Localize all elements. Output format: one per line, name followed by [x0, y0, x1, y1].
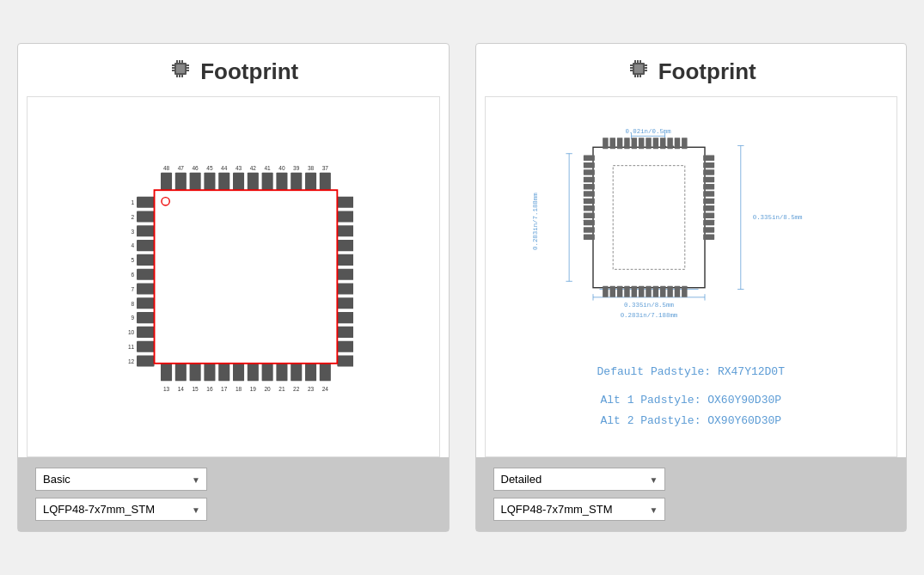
view-mode-select[interactable]: Basic Detailed [35, 468, 207, 491]
svg-rect-36 [320, 173, 331, 191]
svg-rect-108 [338, 355, 354, 366]
svg-rect-12 [181, 75, 183, 77]
svg-text:11: 11 [128, 344, 135, 350]
svg-text:6: 6 [132, 272, 135, 278]
svg-rect-190 [703, 212, 714, 218]
footprint-dropdown-wrapper[interactable]: LQFP48-7x7mm_STM ▼ [35, 498, 207, 521]
svg-text:40: 40 [279, 165, 286, 171]
svg-rect-100 [338, 297, 354, 309]
svg-rect-28 [262, 173, 273, 191]
svg-rect-157 [682, 138, 688, 149]
svg-rect-86 [338, 197, 354, 208]
footprint-dropdown-wrapper-2[interactable]: LQFP48-7x7mm_STM ▼ [493, 498, 665, 521]
svg-rect-64 [137, 211, 155, 222]
svg-rect-110 [155, 190, 338, 364]
panel-basic: Footprint 48 47 46 45 44 43 42 41 40 [17, 43, 450, 532]
svg-rect-9 [181, 60, 183, 63]
view-mode-select-2[interactable]: Basic Detailed [493, 468, 665, 491]
svg-rect-76 [137, 297, 155, 309]
svg-text:16: 16 [207, 386, 214, 392]
svg-rect-6 [187, 70, 189, 71]
svg-rect-18 [190, 173, 201, 191]
svg-rect-90 [338, 225, 354, 236]
svg-rect-7 [176, 60, 178, 63]
svg-rect-117 [645, 67, 647, 69]
svg-rect-160 [616, 286, 622, 297]
svg-text:0.335in/8.5mm: 0.335in/8.5mm [752, 214, 802, 221]
svg-rect-88 [338, 211, 354, 222]
svg-text:0.02in/0.5mm: 0.02in/0.5mm [625, 128, 671, 135]
svg-rect-66 [137, 225, 155, 236]
svg-rect-152 [646, 138, 652, 149]
panel-detailed-footer: Basic Detailed ▼ LQFP48-7x7mm_STM ▼ [476, 457, 907, 531]
svg-rect-166 [660, 286, 666, 297]
svg-rect-169 [682, 286, 688, 297]
footprint-select[interactable]: LQFP48-7x7mm_STM [35, 498, 207, 521]
svg-rect-38 [161, 364, 172, 382]
svg-rect-163 [638, 286, 644, 297]
svg-text:45: 45 [207, 165, 214, 171]
chip-icon-right [626, 56, 652, 88]
svg-text:46: 46 [193, 165, 199, 171]
svg-rect-46 [218, 364, 229, 382]
svg-rect-172 [583, 169, 594, 175]
panel-basic-title: Footprint [200, 58, 298, 85]
svg-rect-32 [291, 173, 302, 191]
svg-rect-180 [583, 227, 594, 233]
svg-rect-30 [277, 173, 288, 191]
svg-rect-119 [634, 60, 636, 63]
svg-text:19: 19 [250, 386, 257, 392]
svg-rect-42 [190, 364, 201, 382]
svg-rect-22 [218, 173, 229, 191]
svg-rect-170 [583, 156, 594, 162]
svg-rect-50 [248, 364, 259, 382]
basic-footprint-svg: 48 47 46 45 44 43 42 41 40 39 38 37 13 1… [113, 144, 353, 410]
svg-rect-3 [172, 70, 174, 71]
view-mode-dropdown-wrapper[interactable]: Basic Detailed ▼ [35, 468, 207, 491]
panel-detailed-header: Footprint [476, 44, 907, 96]
svg-rect-154 [660, 138, 666, 149]
default-padstyle-label: Default Padstyle: RX47Y12D0T [486, 362, 897, 382]
svg-rect-176 [583, 199, 594, 205]
svg-rect-124 [639, 75, 641, 77]
svg-rect-78 [137, 312, 155, 323]
detailed-drawing-area: 0.02in/0.5mm 0.283in/7.188mm 0.335in/8.5… [486, 97, 897, 456]
svg-rect-48 [233, 364, 244, 382]
svg-rect-193 [703, 235, 714, 241]
svg-text:13: 13 [163, 386, 170, 392]
svg-rect-164 [646, 286, 652, 297]
svg-rect-187 [703, 191, 714, 197]
footprint-select-2[interactable]: LQFP48-7x7mm_STM [493, 498, 665, 521]
svg-rect-158 [603, 286, 609, 297]
svg-rect-191 [703, 220, 714, 225]
chip-icon-left [168, 56, 193, 88]
svg-rect-114 [630, 67, 633, 69]
svg-text:2: 2 [132, 214, 135, 220]
svg-text:0.283in/7.188mm: 0.283in/7.188mm [620, 312, 677, 319]
svg-rect-113 [630, 64, 633, 66]
svg-rect-82 [137, 341, 155, 352]
svg-text:38: 38 [308, 165, 315, 171]
svg-rect-162 [631, 286, 637, 297]
svg-text:22: 22 [293, 386, 300, 392]
view-mode-dropdown-wrapper-2[interactable]: Basic Detailed ▼ [493, 468, 665, 491]
svg-rect-173 [583, 177, 594, 183]
svg-text:17: 17 [221, 386, 228, 392]
panel-basic-content: 48 47 46 45 44 43 42 41 40 39 38 37 13 1… [27, 96, 440, 457]
alt2-padstyle-label: Alt 2 Padstyle: OX90Y60D30P [486, 411, 897, 431]
svg-text:5: 5 [132, 257, 135, 263]
svg-text:15: 15 [193, 386, 199, 392]
svg-text:42: 42 [250, 165, 257, 171]
svg-text:43: 43 [236, 165, 242, 171]
svg-text:10: 10 [128, 329, 135, 335]
svg-rect-120 [637, 60, 639, 63]
svg-text:39: 39 [293, 165, 300, 171]
svg-rect-16 [175, 173, 187, 191]
svg-text:7: 7 [132, 286, 135, 292]
svg-text:20: 20 [265, 386, 272, 392]
svg-rect-182 [703, 156, 714, 162]
svg-rect-167 [667, 286, 673, 297]
padstyle-info: Default Padstyle: RX47Y12D0T Alt 1 Padst… [486, 362, 897, 448]
svg-rect-72 [137, 269, 155, 280]
footprint-row: LQFP48-7x7mm_STM ▼ [35, 498, 431, 521]
